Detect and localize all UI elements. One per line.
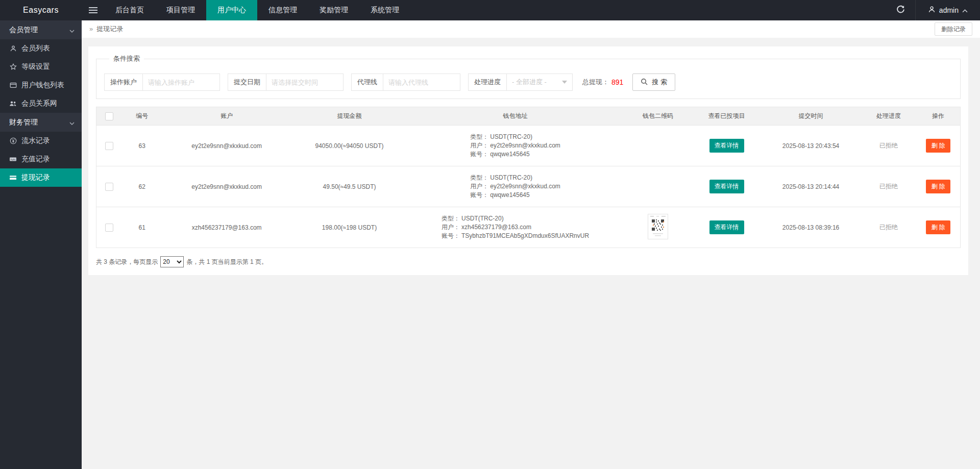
total-withdraw-label: 总提现：	[582, 78, 609, 87]
delete-row-button[interactable]: 删 除	[926, 220, 950, 234]
row-qr-cell	[623, 166, 692, 207]
view-details-button[interactable]: 查看详情	[709, 139, 744, 153]
content-card: 条件搜索 操作账户 提交日期 代理线 处理进度 - 全部进度	[88, 46, 968, 275]
col-id: 编号	[122, 107, 162, 126]
sidebar-item[interactable]: PayPal充值记录	[0, 150, 82, 168]
row-account: ey2t2e9snn@xkxkud.com	[162, 166, 291, 207]
row-amount: 198.00(≈198 USDT)	[291, 207, 407, 248]
page-title: 提现记录	[96, 25, 123, 33]
row-id: 61	[122, 207, 162, 248]
records-table: 编号 账户 提现金额 钱包地址 钱包二维码 查看已投项目 提交时间 处理进度 操…	[96, 107, 961, 248]
wallet-address-block: 类型： USDT(TRC-20) 用户： ey2t2e9snn@xkxkud.c…	[407, 174, 623, 200]
paypal-card-icon: PayPal	[9, 156, 17, 163]
search-fieldset: 条件搜索 操作账户 提交日期 代理线 处理进度 - 全部进度	[96, 54, 961, 99]
bank-card-icon	[9, 174, 17, 182]
breadcrumb: »提现记录	[89, 24, 123, 34]
row-checkbox[interactable]	[105, 142, 113, 150]
refresh-button[interactable]	[887, 0, 915, 20]
wallet-user-label: 用户：	[470, 141, 488, 150]
search-group-submit-date: 提交日期	[228, 73, 344, 91]
wallet-card-icon	[9, 82, 17, 89]
sidebar-item[interactable]: 提现记录	[0, 168, 82, 187]
view-details-button[interactable]: 查看详情	[709, 220, 744, 234]
row-status: 已拒绝	[861, 126, 916, 166]
sidebar-item[interactable]: 等级设置	[0, 58, 82, 76]
sidebar-section-header-1[interactable]: 会员管理	[0, 20, 82, 39]
user-icon	[9, 45, 17, 53]
wallet-type-label: 类型：	[470, 174, 488, 182]
row-account: ey2t2e9snn@xkxkud.com	[162, 126, 291, 166]
submit-date-input[interactable]	[266, 73, 344, 91]
page-size-select[interactable]: 20	[160, 256, 184, 267]
user-menu[interactable]: admin	[915, 0, 980, 20]
row-amount: 94050.00(≈94050 USDT)	[291, 126, 407, 166]
nav-item-5[interactable]: 奖励管理	[308, 0, 359, 20]
wallet-user-value: ey2t2e9snn@xkxkud.com	[488, 182, 560, 191]
breadcrumb-arrows-icon: »	[89, 25, 93, 33]
main-area: »提现记录 删除记录 条件搜索 操作账户 提交日期 代理线	[82, 20, 980, 469]
sidebar-item-label: 等级设置	[21, 62, 50, 71]
svg-text:PayPal: PayPal	[11, 159, 16, 161]
operator-account-input[interactable]	[142, 73, 220, 91]
col-actions: 操作	[916, 107, 960, 126]
users-icon	[9, 100, 17, 108]
row-amount: 49.50(≈49.5 USDT)	[291, 166, 407, 207]
search-row: 操作账户 提交日期 代理线 处理进度 - 全部进度 -	[104, 73, 952, 91]
row-qr-cell	[623, 126, 692, 166]
chevron-up-icon	[962, 6, 968, 14]
sidebar-item[interactable]: 会员关系网	[0, 94, 82, 113]
sidebar-item-label: 会员关系网	[21, 99, 57, 108]
brand-logo[interactable]: Easycars	[0, 0, 82, 20]
delete-row-button[interactable]: 删 除	[926, 139, 950, 153]
row-status: 已拒绝	[861, 207, 916, 248]
col-view-projects: 查看已投项目	[693, 107, 761, 126]
wallet-address-block: 类型： USDT(TRC-20) 用户： ey2t2e9snn@xkxkud.c…	[407, 133, 623, 159]
user-name: admin	[939, 6, 959, 14]
chevron-down-icon	[69, 26, 75, 34]
row-account: xzh456237179@163.com	[162, 207, 291, 248]
agent-line-input[interactable]	[383, 73, 460, 91]
wallet-account-value: TSybhzbT91MCEAb5gXDmdux6SfUAXRnvUR	[460, 232, 589, 240]
nav-item-6[interactable]: 系统管理	[359, 0, 410, 20]
wallet-user-label: 用户：	[442, 223, 460, 232]
wallet-user-value: ey2t2e9snn@xkxkud.com	[488, 141, 560, 150]
nav-item-2[interactable]: 项目管理	[155, 0, 206, 20]
pagination-prefix: 共 3 条记录，每页显示	[96, 258, 158, 266]
nav-item-4[interactable]: 信息管理	[257, 0, 308, 20]
menu-toggle-icon[interactable]	[82, 0, 104, 20]
wallet-type-value: USDT(TRC-20)	[460, 214, 589, 223]
search-button-label: 搜 索	[652, 78, 667, 87]
view-details-button[interactable]: 查看详情	[709, 180, 744, 193]
row-checkbox[interactable]	[105, 224, 113, 232]
wallet-account-label: 账号：	[470, 150, 488, 159]
top-navbar: Easycars 后台首页项目管理用户中心信息管理奖励管理系统管理 admin	[0, 0, 980, 20]
search-button[interactable]: 搜 索	[632, 73, 675, 91]
sidebar-item[interactable]: 流水记录	[0, 132, 82, 150]
row-id: 62	[122, 166, 162, 207]
sidebar-item-label: 流水记录	[21, 136, 50, 145]
search-icon	[641, 78, 648, 87]
col-wallet-qr: 钱包二维码	[623, 107, 692, 126]
row-time: 2025-08-13 20:43:54	[761, 126, 861, 166]
nav-item-3[interactable]: 用户中心	[206, 0, 257, 20]
wallet-qr-thumbnail[interactable]	[648, 214, 668, 239]
field-label: 处理进度	[468, 73, 507, 91]
col-submit-time: 提交时间	[761, 107, 861, 126]
progress-select[interactable]: - 全部进度 -	[506, 73, 573, 91]
table-row: 61 xzh456237179@163.com 198.00(≈198 USDT…	[96, 207, 961, 248]
sidebar-item[interactable]: 用户钱包列表	[0, 76, 82, 94]
select-all-checkbox[interactable]	[105, 112, 113, 120]
delete-row-button[interactable]: 删 除	[926, 180, 950, 193]
delete-records-button[interactable]: 删除记录	[935, 22, 972, 36]
chevron-down-icon	[69, 118, 75, 127]
nav-item-1[interactable]: 后台首页	[104, 0, 155, 20]
wallet-account-value: qwqwe145645	[488, 191, 560, 200]
main-nav: 后台首页项目管理用户中心信息管理奖励管理系统管理	[104, 0, 410, 20]
sidebar-item-label: 用户钱包列表	[21, 81, 64, 90]
sidebar-item-label: 提现记录	[21, 173, 50, 182]
sidebar-section-header-2[interactable]: 财务管理	[0, 113, 82, 132]
sidebar-item[interactable]: 会员列表	[0, 39, 82, 58]
row-checkbox[interactable]	[105, 183, 113, 191]
col-account: 账户	[162, 107, 291, 126]
search-group-progress: 处理进度 - 全部进度 -	[468, 73, 573, 91]
